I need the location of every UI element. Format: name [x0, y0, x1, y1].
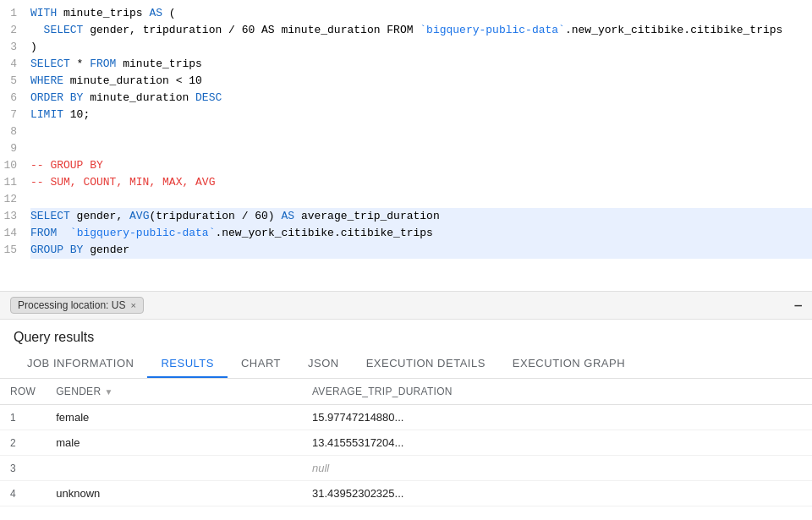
processing-close[interactable]: × — [130, 300, 135, 310]
col-header-row: Row — [0, 379, 46, 405]
line-content: ) — [30, 39, 812, 56]
code-line: 13SELECT gender, AVG(tripduration / 60) … — [0, 208, 812, 225]
col-header-avg[interactable]: average_trip_duration | — [302, 379, 812, 405]
table-row: 4unknown31.43952302325... — [0, 481, 812, 506]
line-content: WHERE minute_duration < 10 — [30, 73, 812, 90]
col-resize-avg[interactable]: | — [456, 386, 459, 397]
line-number: 10 — [0, 157, 30, 174]
line-content: LIMIT 10; — [30, 107, 812, 123]
line-number: 3 — [0, 39, 30, 56]
table-row: 1female15.97747214880... — [0, 405, 812, 430]
line-content: GROUP BY gender — [30, 242, 812, 259]
tabs-bar: JOB INFORMATIONRESULTSCHARTJSONEXECUTION… — [0, 350, 812, 379]
results-title: Query results — [0, 320, 812, 350]
table-row: 3null — [0, 456, 812, 481]
code-line: 8 — [0, 123, 812, 140]
line-content: FROM `bigquery-public-data`.new_york_cit… — [30, 225, 812, 242]
cell-avg: null — [302, 456, 812, 481]
cell-row-num: 2 — [0, 430, 46, 456]
cell-row-num: 4 — [0, 481, 46, 506]
cell-avg: 31.43952302325... — [302, 481, 812, 506]
cell-row-num: 3 — [0, 456, 46, 481]
cell-avg: 15.97747214880... — [302, 405, 812, 430]
line-number: 14 — [0, 225, 30, 242]
code-line: 7LIMIT 10; — [0, 107, 812, 123]
line-number: 11 — [0, 174, 30, 191]
code-line: 10-- GROUP BY — [0, 157, 812, 174]
line-content: SELECT gender, AVG(tripduration / 60) AS… — [30, 208, 812, 225]
tab-results[interactable]: RESULTS — [147, 350, 228, 378]
results-area: Query results JOB INFORMATIONRESULTSCHAR… — [0, 320, 812, 520]
processing-label: Processing location: US — [18, 299, 125, 311]
line-number: 6 — [0, 90, 30, 107]
cell-gender: male — [46, 430, 302, 456]
processing-badge: Processing location: US × — [10, 297, 144, 314]
tab-execution-graph[interactable]: EXECUTION GRAPH — [499, 350, 639, 378]
line-number: 9 — [0, 140, 30, 157]
sort-icon-gender: ▼ — [104, 387, 112, 397]
cell-gender — [46, 456, 302, 481]
code-lines: 1WITH minute_trips AS (2 SELECT gender, … — [0, 0, 812, 264]
line-number: 4 — [0, 56, 30, 73]
cell-avg: 13.41555317204... — [302, 430, 812, 456]
line-content: WITH minute_trips AS ( — [30, 5, 812, 22]
line-number: 15 — [0, 242, 30, 259]
table-header-row: Row gender ▼ | average_trip_duration | — [0, 379, 812, 405]
col-header-gender[interactable]: gender ▼ | — [46, 379, 302, 405]
line-content: -- SUM, COUNT, MIN, MAX, AVG — [30, 174, 812, 191]
table-row: 2male13.41555317204... — [0, 430, 812, 456]
code-line: 14FROM `bigquery-public-data`.new_york_c… — [0, 225, 812, 242]
tab-execution-details[interactable]: EXECUTION DETAILS — [353, 350, 499, 378]
line-number: 2 — [0, 22, 30, 39]
line-number: 7 — [0, 107, 30, 123]
code-line: 9 — [0, 140, 812, 157]
code-line: 5WHERE minute_duration < 10 — [0, 73, 812, 90]
minimize-button[interactable]: — — [795, 298, 802, 312]
line-number: 12 — [0, 191, 30, 208]
processing-bar: Processing location: US × — — [0, 292, 812, 320]
line-content: -- GROUP BY — [30, 157, 812, 174]
line-content: SELECT * FROM minute_trips — [30, 56, 812, 73]
tab-job-info[interactable]: JOB INFORMATION — [14, 350, 147, 378]
cell-gender: female — [46, 405, 302, 430]
code-line: 2 SELECT gender, tripduration / 60 AS mi… — [0, 22, 812, 39]
line-number: 13 — [0, 208, 30, 225]
tab-chart[interactable]: CHART — [228, 350, 294, 378]
results-table: Row gender ▼ | average_trip_duration | — [0, 379, 812, 506]
code-line: 3) — [0, 39, 812, 56]
line-number: 1 — [0, 5, 30, 22]
col-resize-gender[interactable]: | — [117, 386, 120, 397]
cell-gender: unknown — [46, 481, 302, 506]
code-line: 11-- SUM, COUNT, MIN, MAX, AVG — [0, 174, 812, 191]
code-line: 15GROUP BY gender — [0, 242, 812, 259]
code-editor[interactable]: 1WITH minute_trips AS (2 SELECT gender, … — [0, 0, 812, 292]
code-line: 6ORDER BY minute_duration DESC — [0, 90, 812, 107]
code-line: 1WITH minute_trips AS ( — [0, 5, 812, 22]
code-line: 12 — [0, 191, 812, 208]
line-number: 8 — [0, 123, 30, 140]
line-content: SELECT gender, tripduration / 60 AS minu… — [30, 22, 812, 39]
cell-row-num: 1 — [0, 405, 46, 430]
tab-json[interactable]: JSON — [294, 350, 353, 378]
line-content: ORDER BY minute_duration DESC — [30, 90, 812, 107]
code-line: 4SELECT * FROM minute_trips — [0, 56, 812, 73]
line-number: 5 — [0, 73, 30, 90]
